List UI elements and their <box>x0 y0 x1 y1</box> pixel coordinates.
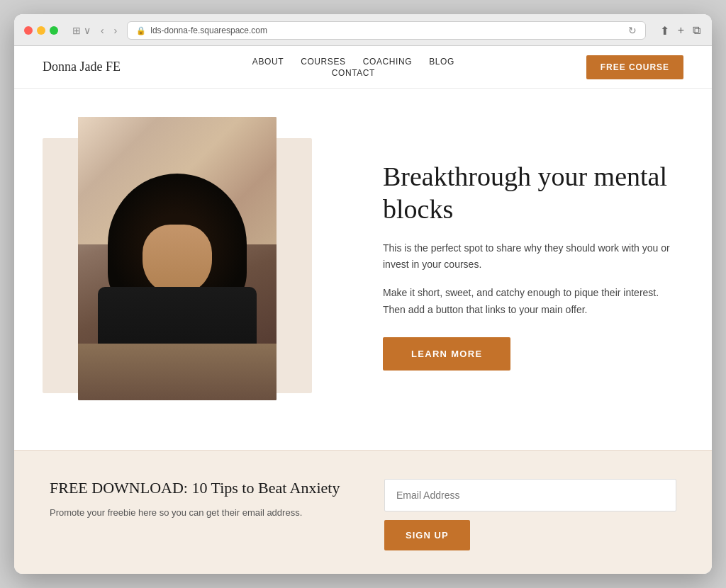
share-button[interactable]: ⬆ <box>659 23 671 39</box>
minimize-button[interactable] <box>37 26 45 35</box>
cta-form: SIGN UP <box>384 479 676 550</box>
website-content: Donna Jade FE ABOUT COURSES COACHING BLO… <box>14 46 712 574</box>
browser-controls: ⊞ ∨ ‹ › <box>69 23 120 38</box>
url-text: lds-donna-fe.squarespace.com <box>150 26 267 35</box>
hero-content: Breakthrough your mental blocks This is … <box>383 161 683 370</box>
address-bar[interactable]: 🔒 lds-donna-fe.squarespace.com ↻ <box>127 21 645 40</box>
back-button[interactable]: ‹ <box>98 23 107 38</box>
cta-title: FREE DOWNLOAD: 10 Tips to Beat Anxiety <box>50 479 342 497</box>
new-tab-button[interactable]: + <box>676 23 686 38</box>
cta-section: FREE DOWNLOAD: 10 Tips to Beat Anxiety P… <box>14 450 712 574</box>
free-course-button[interactable]: FREE COURSE <box>586 55 683 79</box>
traffic-lights <box>24 26 58 35</box>
site-logo[interactable]: Donna Jade FE <box>43 60 121 74</box>
hero-section: Breakthrough your mental blocks This is … <box>14 89 712 450</box>
photo-desk <box>78 344 277 400</box>
nav-link-contact[interactable]: CONTACT <box>332 68 375 78</box>
maximize-button[interactable] <box>50 26 58 35</box>
hero-description-1: This is the perfect spot to share why th… <box>383 240 683 274</box>
nav-links-wrapper: ABOUT COURSES COACHING BLOG CONTACT <box>121 57 586 78</box>
hero-photo <box>78 117 277 400</box>
hero-description-2: Make it short, sweet, and catchy enough … <box>383 285 683 319</box>
forward-button[interactable]: › <box>111 23 121 38</box>
sign-up-button[interactable]: SIGN UP <box>384 520 470 550</box>
browser-chrome: ⊞ ∨ ‹ › 🔒 lds-donna-fe.squarespace.com ↻… <box>14 14 712 46</box>
nav-link-about[interactable]: ABOUT <box>252 57 284 67</box>
navigation: Donna Jade FE ABOUT COURSES COACHING BLO… <box>14 46 712 89</box>
hero-title: Breakthrough your mental blocks <box>383 161 683 225</box>
hero-photo-inner <box>78 117 277 400</box>
browser-window: ⊞ ∨ ‹ › 🔒 lds-donna-fe.squarespace.com ↻… <box>14 14 712 574</box>
photo-face <box>143 225 212 295</box>
cta-description: Promote your freebie here so you can get… <box>50 506 342 521</box>
hero-image-area <box>43 117 340 414</box>
tabs-button[interactable]: ⧉ <box>691 23 702 38</box>
nav-link-courses[interactable]: COURSES <box>301 57 346 67</box>
nav-links-row-1: ABOUT COURSES COACHING BLOG <box>252 57 454 67</box>
cta-text: FREE DOWNLOAD: 10 Tips to Beat Anxiety P… <box>50 479 342 521</box>
lock-icon: 🔒 <box>136 26 146 35</box>
nav-links-row-2: CONTACT <box>332 68 375 78</box>
learn-more-button[interactable]: LEARN MORE <box>383 337 510 371</box>
tab-switcher-button[interactable]: ⊞ ∨ <box>69 23 94 38</box>
close-button[interactable] <box>24 26 33 35</box>
nav-link-coaching[interactable]: COACHING <box>363 57 412 67</box>
browser-actions: ⬆ + ⧉ <box>659 23 702 39</box>
email-input[interactable] <box>384 479 676 511</box>
nav-link-blog[interactable]: BLOG <box>429 57 454 67</box>
refresh-icon[interactable]: ↻ <box>628 25 637 36</box>
